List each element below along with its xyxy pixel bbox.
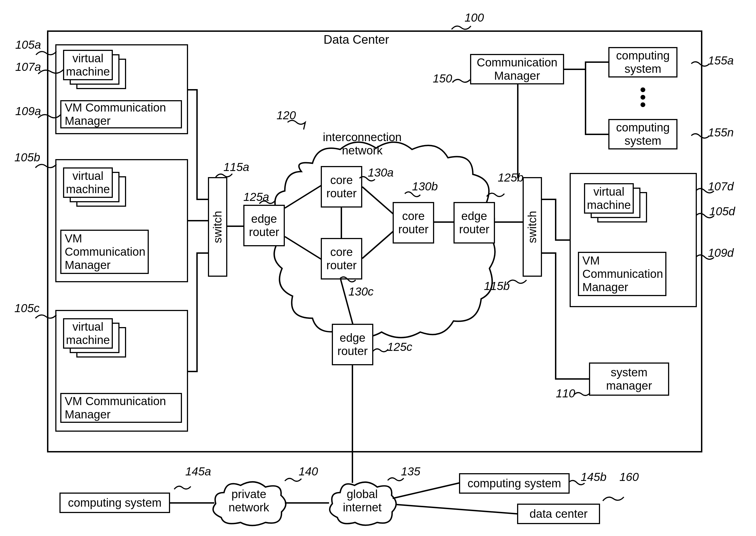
connector <box>555 199 556 241</box>
connector <box>495 221 523 223</box>
virtual-machine-105c: virtual machine <box>63 318 113 349</box>
svg-line-6 <box>395 504 518 514</box>
communication-manager-150: Communication Manager <box>470 54 564 84</box>
connector <box>362 231 393 258</box>
tilde-107d <box>696 188 714 196</box>
tilde-140 <box>285 475 301 484</box>
ref-155a: 155a <box>708 54 734 67</box>
tilde-145b <box>569 480 584 487</box>
tilde-150 <box>453 78 470 85</box>
ref-125c: 125c <box>387 340 412 353</box>
tilde-125a <box>259 199 275 206</box>
connector <box>285 185 321 208</box>
ref-115a: 115a <box>223 160 249 174</box>
tilde-115a <box>216 172 232 180</box>
connector <box>585 61 586 135</box>
tilde-135 <box>388 475 404 483</box>
connector <box>555 252 556 380</box>
tilde-100 <box>452 24 471 33</box>
tilde-110 <box>574 390 590 398</box>
connector <box>517 84 519 179</box>
connector <box>196 252 208 254</box>
vm-comm-mgr-105c: VM Communication Manager <box>60 393 182 423</box>
tilde-105c <box>35 313 56 321</box>
svg-line-2 <box>362 187 393 214</box>
vm-comm-mgr-109d: VM Communication Manager <box>578 252 666 296</box>
connector <box>542 252 556 254</box>
svg-line-5 <box>393 483 459 498</box>
svg-line-3 <box>362 231 393 258</box>
tilde-109a <box>38 112 61 121</box>
ref-150: 150 <box>433 72 452 85</box>
core-router-130b: core router <box>393 202 434 244</box>
computing-system-145a: computing system <box>59 492 170 513</box>
ref-109a: 109a <box>15 105 41 118</box>
virtual-machine-107d: virtual machine <box>584 183 634 214</box>
edge-router-125b: edge router <box>454 202 495 244</box>
connector <box>362 187 393 214</box>
edge-router-125a: edge router <box>243 205 285 246</box>
tilde-155n <box>691 133 709 141</box>
vm-comm-mgr-109a: VM Communication Manager <box>60 100 182 128</box>
switch-115b: switch <box>522 177 542 277</box>
tilde-155a <box>691 61 709 69</box>
diagram-stage: Data Center 100 virtual machine VM Commu… <box>0 0 756 536</box>
tilde-105d <box>696 213 714 221</box>
core-router-130a: core router <box>321 166 362 208</box>
tilde-109d <box>696 254 714 262</box>
tilde-130a <box>360 177 375 184</box>
svg-line-0 <box>285 185 321 208</box>
switch-115a: switch <box>208 177 227 277</box>
ref-110: 110 <box>556 387 575 400</box>
connector <box>555 378 589 380</box>
tilde-107a <box>38 68 64 77</box>
connector <box>341 208 342 239</box>
ref-125b: 125b <box>498 171 523 184</box>
connector <box>227 225 243 227</box>
ref-135: 135 <box>401 465 420 478</box>
connector <box>188 220 208 221</box>
tilde-160 <box>603 482 624 504</box>
connector <box>393 483 459 498</box>
connector <box>395 504 518 514</box>
connector <box>585 61 609 63</box>
tilde-125b <box>487 183 504 200</box>
tilde-105a <box>36 49 56 58</box>
interconnection-network-label: interconnection network <box>318 130 406 158</box>
connector <box>555 239 570 241</box>
tilde-130b <box>405 191 420 203</box>
ref-100: 100 <box>464 11 484 24</box>
ellipsis-icon: ••• <box>637 86 648 108</box>
ref-140: 140 <box>299 465 318 478</box>
computing-system-145b: computing system <box>459 473 570 494</box>
switch-115b-label: switch <box>526 211 539 243</box>
connector <box>352 365 353 483</box>
connector <box>542 199 556 200</box>
virtual-machine-107a: virtual machine <box>63 50 113 80</box>
connector <box>285 237 321 259</box>
global-internet-label: global internet <box>336 487 389 515</box>
ref-155n: 155n <box>708 126 734 139</box>
tilde-120 <box>288 120 305 131</box>
edge-router-125c: edge router <box>332 324 373 365</box>
connector <box>564 69 586 70</box>
connector <box>585 134 609 135</box>
computing-system-155n: computing system <box>608 119 677 150</box>
connector <box>285 502 329 504</box>
ref-107a: 107a <box>15 60 41 74</box>
system-manager-110: system manager <box>589 362 669 396</box>
tilde-125c <box>373 347 388 354</box>
ref-115b: 115b <box>484 280 510 293</box>
data-center-title: Data Center <box>324 33 389 47</box>
switch-115a-label: switch <box>211 211 224 243</box>
connector <box>196 252 198 372</box>
connector <box>341 280 353 324</box>
tilde-115b <box>507 277 526 286</box>
svg-line-1 <box>285 237 321 259</box>
connector <box>170 502 214 504</box>
connector <box>434 221 454 223</box>
connector <box>196 199 208 200</box>
svg-line-4 <box>341 280 353 324</box>
virtual-machine-105b: virtual machine <box>63 167 113 198</box>
data-center-160: data center <box>517 504 600 524</box>
